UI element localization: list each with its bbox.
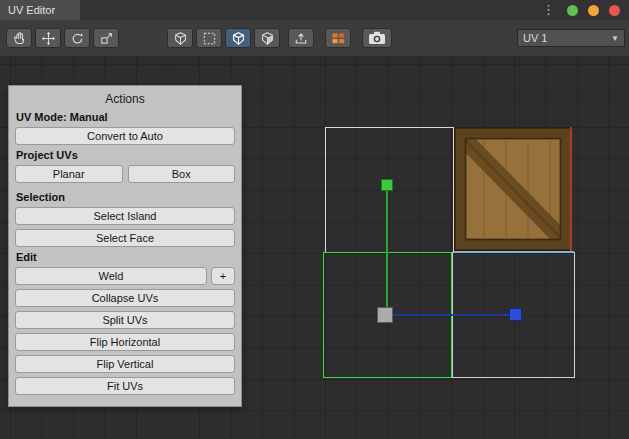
chevron-down-icon: ▼ bbox=[611, 34, 619, 43]
tab-uv-editor[interactable]: UV Editor bbox=[0, 0, 80, 20]
edit-label: Edit bbox=[16, 251, 234, 263]
rotate-tool-button[interactable] bbox=[64, 28, 90, 48]
vertex-mode-button[interactable] bbox=[196, 28, 222, 48]
split-uvs-button[interactable]: Split UVs bbox=[15, 311, 235, 329]
scale-tool-button[interactable] bbox=[93, 28, 119, 48]
selection-label: Selection bbox=[16, 191, 234, 203]
move-icon bbox=[41, 31, 56, 46]
export-uv-button[interactable] bbox=[288, 28, 314, 48]
transform-tool-group bbox=[6, 28, 122, 48]
uv-mode-label: UV Mode: Manual bbox=[15, 110, 235, 127]
project-uvs-row: Planar Box bbox=[15, 165, 235, 187]
convert-to-auto-button[interactable]: Convert to Auto bbox=[15, 127, 235, 145]
face-mode-button[interactable] bbox=[254, 28, 280, 48]
flip-horizontal-button[interactable]: Flip Horizontal bbox=[15, 333, 235, 351]
weld-settings-button[interactable]: + bbox=[211, 267, 235, 285]
select-island-button[interactable]: Select Island bbox=[15, 207, 235, 225]
pan-tool-button[interactable] bbox=[6, 28, 32, 48]
project-uvs-label: Project UVs bbox=[16, 149, 234, 161]
cube-outline-icon bbox=[173, 31, 188, 46]
scale-icon bbox=[99, 31, 114, 46]
rotate-icon bbox=[70, 31, 85, 46]
window-controls: ⋮ bbox=[542, 0, 620, 20]
kebab-menu-icon[interactable]: ⋮ bbox=[542, 0, 555, 20]
weld-row: Weld + bbox=[15, 267, 235, 289]
fit-uvs-button[interactable]: Fit UVs bbox=[15, 377, 235, 395]
texture-preview-button[interactable] bbox=[325, 28, 351, 48]
camera-icon bbox=[368, 31, 386, 45]
window-button-yellow[interactable] bbox=[588, 5, 599, 16]
gizmo-y-handle[interactable] bbox=[381, 179, 393, 191]
cube-shaded-icon bbox=[260, 31, 275, 46]
uv-set-dropdown[interactable]: UV 1 ▼ bbox=[517, 29, 625, 47]
toolbar: UV 1 ▼ bbox=[0, 20, 629, 57]
dashed-selection-icon bbox=[202, 31, 217, 46]
actions-panel-title: Actions bbox=[15, 89, 235, 110]
move-tool-button[interactable] bbox=[35, 28, 61, 48]
flip-vertical-button[interactable]: Flip Vertical bbox=[15, 355, 235, 373]
uv-set-value: UV 1 bbox=[523, 32, 547, 44]
select-mode-group bbox=[167, 28, 283, 48]
title-bar: UV Editor ⋮ bbox=[0, 0, 629, 20]
object-mode-button[interactable] bbox=[167, 28, 193, 48]
gizmo-axis-y-line bbox=[386, 190, 388, 316]
bricks-icon bbox=[331, 31, 346, 46]
utility-group bbox=[288, 28, 395, 48]
highlighted-edge-blue[interactable] bbox=[454, 251, 574, 253]
gizmo-x-handle[interactable] bbox=[509, 308, 522, 321]
actions-panel: Actions UV Mode: Manual Convert to Auto … bbox=[8, 85, 242, 407]
box-button[interactable]: Box bbox=[128, 165, 236, 183]
cube-highlight-icon bbox=[231, 31, 246, 46]
weld-button[interactable]: Weld bbox=[15, 267, 207, 285]
export-arrow-icon bbox=[293, 31, 309, 46]
crate-texture-quad[interactable] bbox=[454, 127, 572, 251]
planar-button[interactable]: Planar bbox=[15, 165, 123, 183]
selected-edge-red[interactable] bbox=[570, 127, 572, 251]
save-uv-image-button[interactable] bbox=[362, 28, 392, 48]
window-button-red[interactable] bbox=[609, 5, 620, 16]
crate-texture-image bbox=[454, 127, 572, 251]
select-face-button[interactable]: Select Face bbox=[15, 229, 235, 247]
hand-icon bbox=[12, 31, 27, 46]
gizmo-axis-x-line bbox=[393, 314, 511, 316]
gizmo-pivot-handle[interactable] bbox=[377, 307, 393, 323]
edge-mode-button[interactable] bbox=[225, 28, 251, 48]
window-button-green[interactable] bbox=[567, 5, 578, 16]
collapse-uvs-button[interactable]: Collapse UVs bbox=[15, 289, 235, 307]
uv-editor-window: UV Editor ⋮ bbox=[0, 0, 629, 439]
